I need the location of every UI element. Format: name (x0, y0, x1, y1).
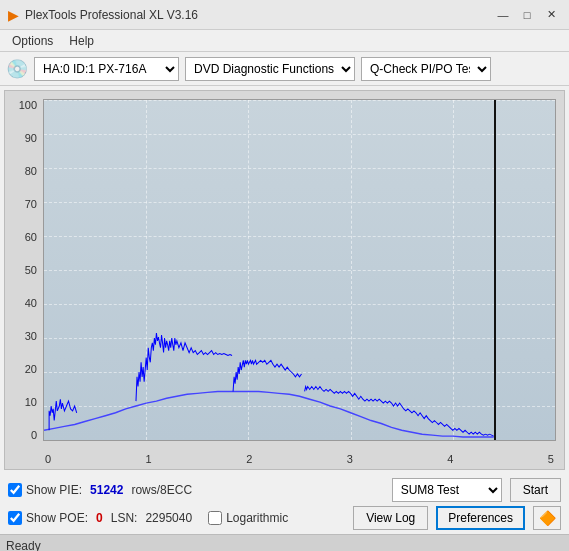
start-button[interactable]: Start (510, 478, 561, 502)
show-pie-label: Show PIE: (26, 483, 82, 497)
y-label-50: 50 (25, 264, 37, 276)
show-pie-checkbox[interactable] (8, 483, 22, 497)
x-label-1: 1 (146, 453, 152, 465)
window-title: PlexTools Professional XL V3.16 (25, 8, 198, 22)
y-label-10: 10 (25, 396, 37, 408)
y-label-90: 90 (25, 132, 37, 144)
y-label-0: 0 (31, 429, 37, 441)
window-controls: — □ ✕ (493, 5, 561, 25)
menu-help[interactable]: Help (61, 32, 102, 50)
x-label-4: 4 (447, 453, 453, 465)
chart-svg (44, 100, 555, 440)
y-label-70: 70 (25, 198, 37, 210)
control-row-2: Show POE: 0 LSN: 2295040 Logarithmic Vie… (8, 506, 561, 530)
rows-label: rows/8ECC (131, 483, 192, 497)
lsn-label: LSN: (111, 511, 138, 525)
show-poe-checkbox-label[interactable]: Show POE: (8, 511, 88, 525)
chart-plot-area (43, 99, 556, 441)
x-label-3: 3 (347, 453, 353, 465)
chart-container: 100 90 80 70 60 50 40 30 20 10 0 (4, 90, 565, 470)
y-label-60: 60 (25, 231, 37, 243)
close-button[interactable]: ✕ (541, 5, 561, 25)
preferences-button[interactable]: Preferences (436, 506, 525, 530)
action-icon: 🔶 (539, 510, 556, 526)
menu-options[interactable]: Options (4, 32, 61, 50)
menu-bar: Options Help (0, 30, 569, 52)
title-bar: ▶ PlexTools Professional XL V3.16 — □ ✕ (0, 0, 569, 30)
y-label-40: 40 (25, 297, 37, 309)
x-label-0: 0 (45, 453, 51, 465)
control-row-1: Show PIE: 51242 rows/8ECC SUM8 Test Star… (8, 478, 561, 502)
minimize-button[interactable]: — (493, 5, 513, 25)
show-poe-checkbox[interactable] (8, 511, 22, 525)
status-text: Ready (6, 539, 41, 552)
x-label-2: 2 (246, 453, 252, 465)
x-label-5: 5 (548, 453, 554, 465)
y-label-100: 100 (19, 99, 37, 111)
logarithmic-checkbox[interactable] (208, 511, 222, 525)
bottom-controls: Show PIE: 51242 rows/8ECC SUM8 Test Star… (0, 474, 569, 534)
y-label-30: 30 (25, 330, 37, 342)
icon-action-button[interactable]: 🔶 (533, 506, 561, 530)
drive-icon: 💿 (6, 58, 28, 80)
function-select[interactable]: DVD Diagnostic Functions (185, 57, 355, 81)
maximize-button[interactable]: □ (517, 5, 537, 25)
x-axis: 0 1 2 3 4 5 (43, 453, 556, 465)
test-select[interactable]: Q-Check PI/PO Test (361, 57, 491, 81)
drive-select[interactable]: HA:0 ID:1 PX-716A (34, 57, 179, 81)
logarithmic-label: Logarithmic (226, 511, 288, 525)
lsn-value: 2295040 (145, 511, 192, 525)
sum8-test-select[interactable]: SUM8 Test (392, 478, 502, 502)
y-label-20: 20 (25, 363, 37, 375)
logarithmic-checkbox-label[interactable]: Logarithmic (208, 511, 288, 525)
y-label-80: 80 (25, 165, 37, 177)
view-log-button[interactable]: View Log (353, 506, 428, 530)
toolbar: 💿 HA:0 ID:1 PX-716A DVD Diagnostic Funct… (0, 52, 569, 86)
poe-value: 0 (96, 511, 103, 525)
show-poe-label: Show POE: (26, 511, 88, 525)
status-bar: Ready (0, 534, 569, 551)
show-pie-checkbox-label[interactable]: Show PIE: (8, 483, 82, 497)
pie-value: 51242 (90, 483, 123, 497)
y-axis: 100 90 80 70 60 50 40 30 20 10 0 (7, 99, 41, 441)
app-icon: ▶ (8, 7, 19, 23)
